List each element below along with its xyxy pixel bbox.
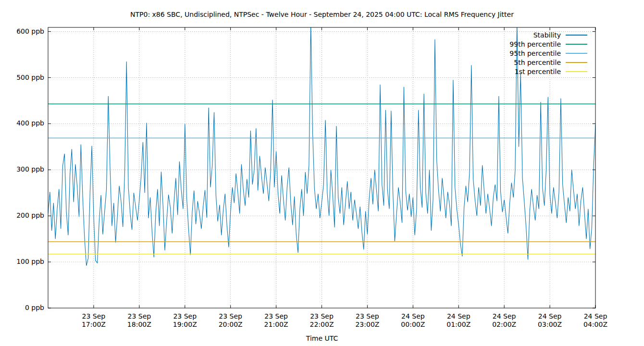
legend-line-sample xyxy=(566,44,587,45)
y-tick-label: 0 ppb xyxy=(0,304,44,311)
x-tick-label: 23 Sep20:00Z xyxy=(208,312,254,329)
x-tick-label: 24 Sep00:00Z xyxy=(390,312,436,329)
x-tick-label: 24 Sep03:00Z xyxy=(527,312,573,329)
chart-canvas: NTP0: x86 SBC, Undisciplined, NTPSec - T… xyxy=(0,0,644,346)
legend-line-sample xyxy=(566,71,587,72)
legend-label: 99th percentile xyxy=(509,40,561,48)
legend-line-sample xyxy=(566,62,587,63)
legend-line-sample xyxy=(566,35,587,36)
legend-item-1st-percentile: 1st percentile xyxy=(509,67,587,76)
x-tick-label: 23 Sep21:00Z xyxy=(253,312,299,329)
x-tick-label: 24 Sep04:00Z xyxy=(572,312,619,329)
legend-item-5th-percentile: 5th percentile xyxy=(509,58,587,67)
x-tick-label: 23 Sep22:00Z xyxy=(299,312,345,329)
legend-label: 1st percentile xyxy=(515,68,561,75)
legend-item-95th-percentile: 95th percentile xyxy=(509,49,587,58)
y-tick-label: 100 ppb xyxy=(0,258,44,265)
x-tick-label: 23 Sep18:00Z xyxy=(116,312,162,329)
x-tick-label: 24 Sep01:00Z xyxy=(435,312,482,329)
legend-label: 5th percentile xyxy=(514,59,561,66)
legend-label: Stability xyxy=(533,31,561,39)
legend-item-99th-percentile: 99th percentile xyxy=(509,39,587,49)
x-tick-label: 24 Sep02:00Z xyxy=(481,312,527,329)
x-tick-label: 23 Sep23:00Z xyxy=(344,312,390,329)
x-axis-title: Time UTC xyxy=(0,334,644,342)
y-tick-label: 500 ppb xyxy=(0,74,44,81)
legend: Stability99th percentile95th percentile5… xyxy=(509,30,587,76)
y-tick-label: 400 ppb xyxy=(0,119,44,127)
legend-label: 95th percentile xyxy=(509,49,561,57)
y-tick-label: 200 ppb xyxy=(0,211,44,219)
y-tick-label: 600 ppb xyxy=(0,27,44,35)
legend-line-sample xyxy=(566,53,587,54)
legend-item-stability: Stability xyxy=(509,30,587,39)
y-tick-label: 300 ppb xyxy=(0,165,44,173)
x-tick-label: 23 Sep19:00Z xyxy=(162,312,208,329)
x-tick-label: 23 Sep17:00Z xyxy=(71,312,117,329)
